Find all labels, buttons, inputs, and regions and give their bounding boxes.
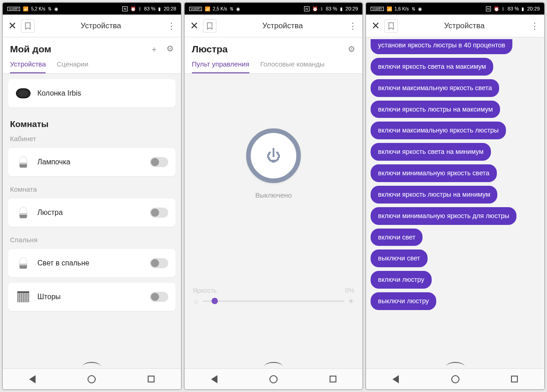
- rooms-heading: Комнаты: [3, 113, 181, 131]
- android-navbar: [366, 368, 544, 389]
- close-icon[interactable]: ✕: [372, 20, 380, 32]
- power-state-label: Выключено: [255, 191, 292, 199]
- power-control: ⏻ Выключено: [185, 74, 363, 199]
- close-icon[interactable]: ✕: [190, 20, 198, 32]
- voice-command-chip[interactable]: включи яркость света на максимум: [371, 58, 493, 76]
- speaker-card[interactable]: Колонка Irbis: [8, 79, 175, 107]
- browser-top-bar: ✕ Устройства ⋮: [3, 15, 181, 37]
- tab-voice[interactable]: Голосовые команды: [260, 60, 325, 73]
- home-button[interactable]: [450, 374, 460, 384]
- bluetooth-icon: ᛒ: [139, 6, 141, 11]
- device-card[interactable]: Свет в спальне: [8, 249, 175, 277]
- voice-command-chip[interactable]: включи свет: [371, 229, 423, 246]
- more-icon[interactable]: ⋮: [167, 21, 175, 31]
- brightness-label: Яркость: [193, 287, 217, 294]
- gear-icon[interactable]: ⚙: [166, 44, 174, 55]
- more-icon[interactable]: ⋮: [349, 21, 357, 31]
- vowifi-icon: VoWiFi: [7, 7, 20, 11]
- status-bar: VoWiFi 📶 1,6 K/s ⇅ ◉ N ⏰ ᛒ 83 % ▮ 20:29: [366, 3, 544, 15]
- tab-devices[interactable]: Устройства: [10, 60, 46, 73]
- brightness-control: Яркость 0% ☼ ☀: [193, 287, 355, 305]
- signal-icon: 📶: [205, 6, 210, 11]
- more-icon[interactable]: ⋮: [531, 21, 539, 31]
- device-card[interactable]: Лампочка: [8, 148, 175, 176]
- bulb-icon: [15, 205, 31, 220]
- close-icon[interactable]: ✕: [8, 20, 16, 32]
- device-toggle[interactable]: [150, 208, 168, 218]
- bookmark-icon[interactable]: [203, 19, 217, 33]
- recents-button[interactable]: [510, 374, 520, 384]
- curtain-icon: [15, 289, 31, 305]
- netspeed-label: 1,6 K/s: [395, 6, 409, 11]
- slider-thumb[interactable]: [212, 298, 218, 304]
- voice-command-chip[interactable]: включи яркость света на минимум: [371, 143, 490, 161]
- gesture-handle[interactable]: [185, 360, 363, 368]
- nfc-icon: N: [304, 6, 310, 11]
- nfc-icon: N: [122, 6, 128, 11]
- gesture-handle[interactable]: [3, 360, 181, 368]
- clock-label: 20:28: [164, 6, 176, 11]
- bulb-icon: [15, 154, 31, 170]
- tab-scenarios[interactable]: Сценарии: [57, 60, 88, 73]
- hotspot-icon: ⇅: [230, 6, 233, 11]
- gear-icon[interactable]: ⚙: [348, 44, 355, 54]
- voice-command-chip[interactable]: включи максимальную яркость света: [371, 79, 499, 97]
- gesture-handle[interactable]: [366, 360, 544, 368]
- bluetooth-icon: ᛒ: [320, 6, 323, 11]
- hotspot-icon: ⇅: [412, 6, 415, 11]
- tabs: Устройства Сценарии: [3, 57, 181, 74]
- room-name: Спальня: [3, 232, 181, 244]
- alarm-icon: ⏰: [312, 6, 318, 11]
- netspeed-label: 2,5 K/s: [213, 6, 227, 11]
- voice-command-chip[interactable]: включи люстру: [371, 271, 431, 289]
- alarm-icon: ⏰: [130, 6, 136, 11]
- power-button[interactable]: ⏻: [246, 128, 301, 183]
- vowifi-icon: VoWiFi: [189, 7, 202, 11]
- device-card[interactable]: Шторы: [8, 283, 175, 311]
- phone-screen-2: VoWiFi 📶 2,5 K/s ⇅ ◉ N ⏰ ᛒ 83 % ▮ 20:29 …: [184, 2, 364, 390]
- back-button[interactable]: [391, 374, 401, 384]
- tab-control[interactable]: Пульт управления: [192, 60, 249, 73]
- voice-command-chip[interactable]: включи яркость люстры на максимум: [371, 101, 500, 118]
- bulb-icon: [15, 255, 31, 271]
- home-button[interactable]: [268, 374, 279, 384]
- vowifi-icon: VoWiFi: [371, 7, 383, 11]
- bookmark-icon[interactable]: [21, 19, 35, 33]
- recents-button[interactable]: [328, 374, 338, 384]
- voice-command-chip[interactable]: выключи свет: [371, 249, 427, 267]
- voice-command-chip[interactable]: выключи люстру: [371, 292, 436, 310]
- device-label: Шторы: [37, 293, 144, 301]
- device-card[interactable]: Люстра: [8, 199, 175, 227]
- phone-screen-1: VoWiFi 📶 5,2 K/s ⇅ ◉ N ⏰ ᛒ 83 % ▮ 20:28 …: [2, 2, 182, 390]
- sun-small-icon: ☼: [193, 297, 200, 305]
- recents-button[interactable]: [146, 374, 156, 384]
- device-toggle[interactable]: [150, 292, 168, 302]
- voice-commands-list: установи яркость люстры в 40 процентов в…: [366, 37, 544, 312]
- browser-top-bar: ✕ Устройства ⋮: [366, 15, 544, 37]
- device-toggle[interactable]: [150, 258, 168, 268]
- messenger-icon: ◉: [236, 6, 240, 11]
- back-button[interactable]: [27, 374, 37, 384]
- home-title: Мой дом: [10, 44, 51, 55]
- voice-command-chip[interactable]: установи яркость люстры в 40 процентов: [371, 39, 512, 54]
- status-bar: VoWiFi 📶 2,5 K/s ⇅ ◉ N ⏰ ᛒ 83 % ▮ 20:29: [185, 3, 363, 15]
- voice-command-chip[interactable]: включи яркость люстры на минимум: [371, 186, 497, 204]
- battery-label: 83 %: [326, 6, 337, 11]
- page-title: Устройства: [221, 21, 345, 31]
- voice-command-chip[interactable]: включи минимальную яркость для люстры: [371, 207, 516, 225]
- brightness-value: 0%: [345, 287, 354, 294]
- clock-label: 20:29: [527, 6, 540, 11]
- bookmark-icon[interactable]: [384, 19, 398, 33]
- battery-icon: ▮: [521, 6, 524, 11]
- home-button[interactable]: [87, 374, 97, 384]
- room-name: Комната: [3, 182, 181, 193]
- status-bar: VoWiFi 📶 5,2 K/s ⇅ ◉ N ⏰ ᛒ 83 % ▮ 20:28: [3, 3, 181, 15]
- nfc-icon: N: [486, 6, 491, 11]
- add-icon[interactable]: ＋: [150, 44, 158, 55]
- voice-command-chip[interactable]: включи минимальную яркость света: [371, 164, 496, 182]
- voice-command-chip[interactable]: включи максимальную яркость люстры: [371, 122, 506, 139]
- back-button[interactable]: [209, 374, 219, 384]
- device-toggle[interactable]: [150, 157, 168, 167]
- brightness-slider[interactable]: [203, 300, 344, 302]
- content-area: установи яркость люстры в 40 процентов в…: [366, 37, 544, 360]
